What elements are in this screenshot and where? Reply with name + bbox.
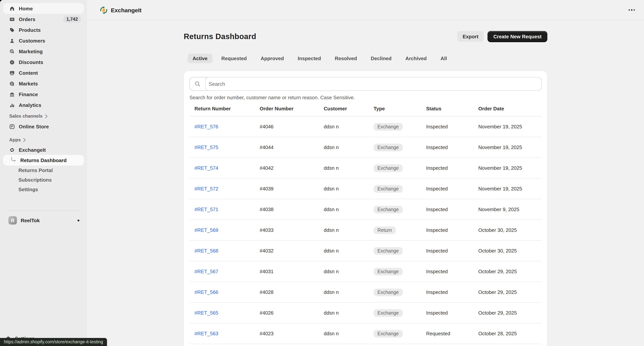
order-number-cell: #4028 <box>260 289 324 295</box>
globe-dollar-icon: $ <box>9 81 15 86</box>
tab-archived[interactable]: Archived <box>400 54 432 63</box>
sales-channels-label: Sales channels <box>9 113 42 119</box>
table-row[interactable]: #RET_574 #4042 ddsn n Exchange Inspected… <box>190 158 542 179</box>
search-input[interactable] <box>205 77 542 91</box>
sidebar-item-exchangeit[interactable]: ExchangeIt <box>3 145 84 155</box>
order-number-cell: #4038 <box>260 207 324 212</box>
search-box <box>190 77 542 91</box>
sidebar-item-label: Customers <box>19 38 81 43</box>
sidebar-subitem-returns-dashboard[interactable]: Returns Dashboard <box>3 155 84 166</box>
tab-active[interactable]: Active <box>188 54 212 63</box>
type-badge: Exchange <box>374 123 402 130</box>
table-row[interactable]: #RET_575 #4044 ddsn n Exchange Inspected… <box>190 137 542 158</box>
sidebar-subitem-app-settings[interactable]: Settings <box>3 185 84 194</box>
table-row[interactable]: #RET_565 #4026 ddsn n Exchange Inspected… <box>190 303 542 324</box>
table-row[interactable]: #RET_563 #4023 ddsn n Exchange Requested… <box>190 324 542 344</box>
type-badge: Exchange <box>374 330 402 337</box>
sidebar-item-customers[interactable]: Customers <box>3 35 84 46</box>
returns-table-card: Search for order number, customer name o… <box>184 71 547 346</box>
return-number-link[interactable]: #RET_568 <box>194 248 218 254</box>
search-hint-text: Search for order number, customer name o… <box>190 95 542 100</box>
sidebar-item-discounts[interactable]: Discounts <box>3 57 84 67</box>
sidebar-item-finance[interactable]: Finance <box>3 89 84 100</box>
order-date-cell: November 19, 2025 <box>478 186 542 192</box>
search-icon <box>190 80 205 87</box>
bank-icon <box>9 91 15 97</box>
return-number-link[interactable]: #RET_563 <box>194 331 218 337</box>
customer-cell: ddsn n <box>324 144 374 150</box>
table-row[interactable]: #RET_572 #4039 ddsn n Exchange Inspected… <box>190 179 542 199</box>
sidebar-subitem-label: Returns Portal <box>18 167 53 173</box>
sync-arrows-icon <box>9 147 15 153</box>
sidebar-item-analytics[interactable]: Analytics <box>3 100 84 110</box>
apps-label: Apps <box>9 137 21 143</box>
sidebar-item-orders[interactable]: Orders 1,742 <box>3 14 84 24</box>
more-options-button[interactable] <box>628 7 636 13</box>
return-number-link[interactable]: #RET_571 <box>194 207 218 212</box>
main-area: ExchangeIt Returns Dashboard Export Crea… <box>87 0 644 346</box>
sidebar-item-label: ExchangeIt <box>19 147 81 153</box>
create-new-request-button[interactable]: Create New Request <box>488 31 547 42</box>
tab-all[interactable]: All <box>436 54 452 63</box>
return-number-link[interactable]: #RET_575 <box>194 144 218 150</box>
return-number-link[interactable]: #RET_569 <box>194 227 218 233</box>
order-date-cell: October 30, 2025 <box>478 248 542 254</box>
type-badge: Exchange <box>374 143 402 151</box>
sidebar-item-label: Analytics <box>19 102 81 108</box>
sidebar-item-content[interactable]: Content <box>3 67 84 78</box>
type-badge: Exchange <box>374 288 402 296</box>
apps-header[interactable]: Apps <box>0 135 87 145</box>
reeltok-app-icon: R <box>8 216 17 225</box>
sidebar-item-markets[interactable]: $ Markets <box>3 78 84 89</box>
sidebar-subitem-label: Returns Dashboard <box>20 157 66 163</box>
sidebar-subitem-returns-portal[interactable]: Returns Portal <box>3 166 84 175</box>
export-button[interactable]: Export <box>457 31 484 42</box>
customer-cell: ddsn n <box>324 124 374 129</box>
sidebar-item-label: Home <box>19 5 81 11</box>
status-bar-url: https://admin.shopify.com/store/exchange… <box>0 338 107 346</box>
order-date-cell: November 19, 2025 <box>478 165 542 171</box>
table-row[interactable]: #RET_567 #4031 ddsn n Exchange Inspected… <box>190 261 542 282</box>
tab-inspected[interactable]: Inspected <box>293 54 326 63</box>
sidebar-item-reeltok[interactable]: R ReelTok <box>3 215 84 226</box>
return-number-link[interactable]: #RET_566 <box>194 289 218 295</box>
table-row[interactable]: #RET_569 #4033 ddsn n Return Inspected O… <box>190 220 542 241</box>
table-row[interactable]: #RET_571 #4038 ddsn n Exchange Inspected… <box>190 199 542 220</box>
return-number-link[interactable]: #RET_565 <box>194 310 218 316</box>
status-cell: Inspected <box>426 144 478 150</box>
page-content: Returns Dashboard Export Create New Requ… <box>87 20 644 346</box>
tab-requested[interactable]: Requested <box>216 54 252 63</box>
tab-declined[interactable]: Declined <box>366 54 396 63</box>
orders-icon <box>9 16 15 22</box>
app-window: Home Orders 1,742 Products Customers <box>0 0 644 346</box>
order-number-cell: #4023 <box>260 331 324 337</box>
order-date-cell: October 30, 2025 <box>478 227 542 233</box>
table-row[interactable]: #RET_576 #4046 ddsn n Exchange Inspected… <box>190 116 542 137</box>
app-title: ExchangeIt <box>111 7 142 13</box>
bar-chart-icon <box>9 102 15 108</box>
sidebar-item-online-store[interactable]: Online Store <box>3 121 84 132</box>
sidebar-subitem-subscriptions[interactable]: Subscriptions <box>3 175 84 185</box>
sidebar-item-marketing[interactable]: Marketing <box>3 46 84 57</box>
column-header-customer: Customer <box>324 106 374 111</box>
table-row[interactable]: #RET_568 #4032 ddsn n Exchange Inspected… <box>190 241 542 261</box>
sidebar-item-label: Marketing <box>19 48 81 54</box>
sidebar: Home Orders 1,742 Products Customers <box>0 0 87 346</box>
return-number-link[interactable]: #RET_572 <box>194 186 218 192</box>
tab-resolved[interactable]: Resolved <box>330 54 362 63</box>
return-number-link[interactable]: #RET_576 <box>194 124 218 129</box>
order-date-cell: October 29, 2025 <box>478 289 542 295</box>
return-number-link[interactable]: #RET_574 <box>194 165 218 171</box>
type-badge: Exchange <box>374 206 402 213</box>
column-header-order-date: Order Date <box>478 106 542 111</box>
app-brand: ExchangeIt <box>100 6 142 14</box>
customer-cell: ddsn n <box>324 186 374 192</box>
sidebar-item-products[interactable]: Products <box>3 24 84 35</box>
customer-cell: ddsn n <box>324 269 374 274</box>
table-row[interactable]: #RET_566 #4028 ddsn n Exchange Inspected… <box>190 282 542 303</box>
tab-approved[interactable]: Approved <box>256 54 289 63</box>
sidebar-item-home[interactable]: Home <box>3 3 84 14</box>
topbar: ExchangeIt <box>87 0 644 20</box>
return-number-link[interactable]: #RET_567 <box>194 269 218 274</box>
sales-channels-header[interactable]: Sales channels <box>0 111 87 121</box>
